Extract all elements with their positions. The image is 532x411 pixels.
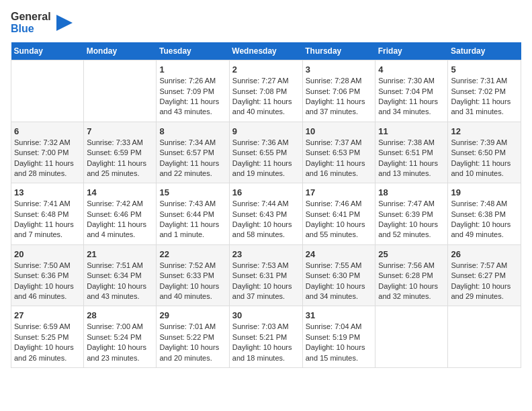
day-number: 8 bbox=[159, 126, 226, 136]
day-info: Sunrise: 7:38 AMSunset: 6:51 PMDaylight:… bbox=[378, 138, 445, 179]
day-info: Sunrise: 7:41 AMSunset: 6:48 PMDaylight:… bbox=[14, 199, 81, 240]
week-row-1: 1Sunrise: 7:26 AMSunset: 7:09 PMDaylight… bbox=[11, 60, 521, 122]
calendar-cell: 9Sunrise: 7:36 AMSunset: 6:55 PMDaylight… bbox=[229, 122, 302, 183]
day-number: 13 bbox=[14, 187, 81, 197]
calendar-cell: 17Sunrise: 7:46 AMSunset: 6:41 PMDayligh… bbox=[302, 183, 375, 245]
logo-general: General bbox=[11, 11, 51, 23]
day-info: Sunrise: 7:01 AMSunset: 5:22 PMDaylight:… bbox=[159, 322, 226, 363]
calendar-cell: 19Sunrise: 7:48 AMSunset: 6:38 PMDayligh… bbox=[448, 183, 521, 245]
day-number: 25 bbox=[378, 249, 445, 259]
day-number: 9 bbox=[232, 126, 300, 136]
day-header-wednesday: Wednesday bbox=[229, 42, 302, 60]
day-info: Sunrise: 7:36 AMSunset: 6:55 PMDaylight:… bbox=[232, 138, 300, 179]
day-header-sunday: Sunday bbox=[11, 42, 84, 60]
day-info: Sunrise: 7:26 AMSunset: 7:09 PMDaylight:… bbox=[159, 76, 226, 118]
day-header-monday: Monday bbox=[84, 42, 157, 60]
day-number: 7 bbox=[87, 126, 153, 136]
day-number: 2 bbox=[232, 64, 300, 75]
day-info: Sunrise: 7:50 AMSunset: 6:36 PMDaylight:… bbox=[14, 261, 81, 302]
calendar-cell: 23Sunrise: 7:53 AMSunset: 6:31 PMDayligh… bbox=[229, 244, 302, 306]
day-number: 18 bbox=[378, 187, 445, 197]
day-info: Sunrise: 7:30 AMSunset: 7:04 PMDaylight:… bbox=[378, 76, 445, 118]
day-info: Sunrise: 7:57 AMSunset: 6:27 PMDaylight:… bbox=[451, 261, 518, 302]
day-info: Sunrise: 7:00 AMSunset: 5:24 PMDaylight:… bbox=[87, 322, 153, 363]
calendar-cell bbox=[448, 306, 521, 368]
day-header-thursday: Thursday bbox=[302, 42, 375, 60]
day-number: 30 bbox=[232, 310, 300, 320]
calendar-cell: 2Sunrise: 7:27 AMSunset: 7:08 PMDaylight… bbox=[229, 60, 302, 122]
calendar-cell: 25Sunrise: 7:56 AMSunset: 6:28 PMDayligh… bbox=[375, 244, 448, 306]
day-info: Sunrise: 7:44 AMSunset: 6:43 PMDaylight:… bbox=[232, 199, 300, 240]
day-number: 29 bbox=[159, 310, 226, 320]
day-number: 10 bbox=[306, 126, 373, 136]
calendar-cell: 27Sunrise: 6:59 AMSunset: 5:25 PMDayligh… bbox=[11, 306, 84, 368]
day-info: Sunrise: 7:37 AMSunset: 6:53 PMDaylight:… bbox=[306, 138, 373, 179]
calendar-cell bbox=[84, 60, 157, 122]
day-number: 23 bbox=[232, 249, 300, 259]
day-number: 4 bbox=[378, 64, 445, 75]
day-number: 22 bbox=[159, 249, 226, 259]
day-info: Sunrise: 7:04 AMSunset: 5:19 PMDaylight:… bbox=[306, 322, 373, 363]
day-info: Sunrise: 6:59 AMSunset: 5:25 PMDaylight:… bbox=[14, 322, 81, 363]
day-info: Sunrise: 7:48 AMSunset: 6:38 PMDaylight:… bbox=[451, 199, 518, 240]
day-info: Sunrise: 7:31 AMSunset: 7:02 PMDaylight:… bbox=[451, 76, 518, 118]
calendar-cell: 10Sunrise: 7:37 AMSunset: 6:53 PMDayligh… bbox=[302, 122, 375, 183]
day-info: Sunrise: 7:32 AMSunset: 7:00 PMDaylight:… bbox=[14, 138, 81, 179]
day-number: 27 bbox=[14, 310, 81, 320]
day-number: 31 bbox=[306, 310, 373, 320]
calendar-cell bbox=[11, 60, 84, 122]
day-info: Sunrise: 7:34 AMSunset: 6:57 PMDaylight:… bbox=[159, 138, 226, 179]
day-number: 12 bbox=[451, 126, 518, 136]
calendar-cell: 12Sunrise: 7:39 AMSunset: 6:50 PMDayligh… bbox=[448, 122, 521, 183]
day-info: Sunrise: 7:46 AMSunset: 6:41 PMDaylight:… bbox=[306, 199, 373, 240]
day-number: 21 bbox=[87, 249, 153, 259]
day-number: 20 bbox=[14, 249, 81, 259]
calendar-cell: 22Sunrise: 7:52 AMSunset: 6:33 PMDayligh… bbox=[157, 244, 229, 306]
calendar-cell: 28Sunrise: 7:00 AMSunset: 5:24 PMDayligh… bbox=[84, 306, 157, 368]
calendar-cell: 1Sunrise: 7:26 AMSunset: 7:09 PMDaylight… bbox=[157, 60, 229, 122]
svg-marker-0 bbox=[56, 15, 73, 31]
day-info: Sunrise: 7:47 AMSunset: 6:39 PMDaylight:… bbox=[378, 199, 445, 240]
calendar-cell: 7Sunrise: 7:33 AMSunset: 6:59 PMDaylight… bbox=[84, 122, 157, 183]
day-number: 28 bbox=[87, 310, 153, 320]
calendar-cell: 29Sunrise: 7:01 AMSunset: 5:22 PMDayligh… bbox=[157, 306, 229, 368]
day-header-saturday: Saturday bbox=[448, 42, 521, 60]
day-info: Sunrise: 7:55 AMSunset: 6:30 PMDaylight:… bbox=[306, 261, 373, 302]
day-info: Sunrise: 7:53 AMSunset: 6:31 PMDaylight:… bbox=[232, 261, 300, 302]
calendar-cell: 13Sunrise: 7:41 AMSunset: 6:48 PMDayligh… bbox=[11, 183, 84, 245]
day-number: 16 bbox=[232, 187, 300, 197]
calendar-cell: 24Sunrise: 7:55 AMSunset: 6:30 PMDayligh… bbox=[302, 244, 375, 306]
day-info: Sunrise: 7:51 AMSunset: 6:34 PMDaylight:… bbox=[87, 261, 153, 302]
calendar-cell: 6Sunrise: 7:32 AMSunset: 7:00 PMDaylight… bbox=[11, 122, 84, 183]
day-info: Sunrise: 7:27 AMSunset: 7:08 PMDaylight:… bbox=[232, 76, 300, 118]
day-header-friday: Friday bbox=[375, 42, 448, 60]
calendar-cell: 3Sunrise: 7:28 AMSunset: 7:06 PMDaylight… bbox=[302, 60, 375, 122]
calendar-cell: 16Sunrise: 7:44 AMSunset: 6:43 PMDayligh… bbox=[229, 183, 302, 245]
calendar-cell: 18Sunrise: 7:47 AMSunset: 6:39 PMDayligh… bbox=[375, 183, 448, 245]
day-number: 24 bbox=[306, 249, 373, 259]
day-header-tuesday: Tuesday bbox=[157, 42, 229, 60]
calendar-cell: 30Sunrise: 7:03 AMSunset: 5:21 PMDayligh… bbox=[229, 306, 302, 368]
calendar-cell bbox=[375, 306, 448, 368]
day-info: Sunrise: 7:33 AMSunset: 6:59 PMDaylight:… bbox=[87, 138, 153, 179]
calendar-cell: 21Sunrise: 7:51 AMSunset: 6:34 PMDayligh… bbox=[84, 244, 157, 306]
week-row-2: 6Sunrise: 7:32 AMSunset: 7:00 PMDaylight… bbox=[11, 122, 521, 183]
week-row-4: 20Sunrise: 7:50 AMSunset: 6:36 PMDayligh… bbox=[11, 244, 521, 306]
day-info: Sunrise: 7:52 AMSunset: 6:33 PMDaylight:… bbox=[159, 261, 226, 302]
calendar-cell: 31Sunrise: 7:04 AMSunset: 5:19 PMDayligh… bbox=[302, 306, 375, 368]
day-info: Sunrise: 7:42 AMSunset: 6:46 PMDaylight:… bbox=[87, 199, 153, 240]
day-number: 17 bbox=[306, 187, 373, 197]
day-info: Sunrise: 7:28 AMSunset: 7:06 PMDaylight:… bbox=[306, 76, 373, 118]
day-number: 15 bbox=[159, 187, 226, 197]
day-number: 11 bbox=[378, 126, 445, 136]
logo-arrow-icon bbox=[56, 15, 73, 31]
calendar-cell: 15Sunrise: 7:43 AMSunset: 6:44 PMDayligh… bbox=[157, 183, 229, 245]
day-info: Sunrise: 7:43 AMSunset: 6:44 PMDaylight:… bbox=[159, 199, 226, 240]
calendar-cell: 5Sunrise: 7:31 AMSunset: 7:02 PMDaylight… bbox=[448, 60, 521, 122]
day-number: 6 bbox=[14, 126, 81, 136]
day-info: Sunrise: 7:56 AMSunset: 6:28 PMDaylight:… bbox=[378, 261, 445, 302]
day-number: 26 bbox=[451, 249, 518, 259]
page-header: General Blue bbox=[11, 11, 521, 34]
logo: General Blue bbox=[11, 11, 73, 34]
day-number: 1 bbox=[159, 64, 226, 75]
